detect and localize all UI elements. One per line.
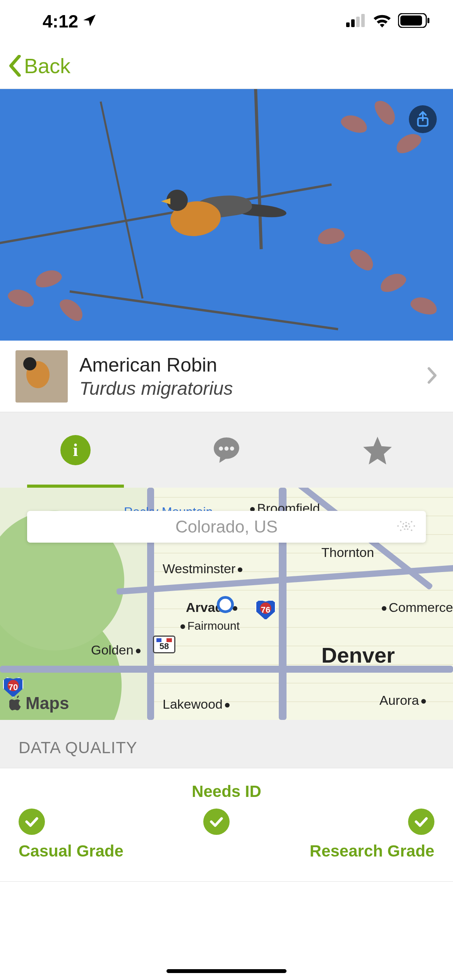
- casual-grade-label: Casual Grade: [19, 842, 124, 860]
- svg-rect-5: [400, 15, 422, 26]
- species-text: American Robin Turdus migratorius: [79, 354, 415, 399]
- map-label-westminster: Westminster: [163, 561, 245, 576]
- species-scientific-name: Turdus migratorius: [79, 378, 415, 399]
- svg-point-13: [397, 525, 399, 527]
- needs-id-label: Needs ID: [19, 782, 434, 801]
- location-text: Colorado, US: [175, 517, 278, 536]
- data-quality-header: DATA QUALITY: [0, 720, 453, 768]
- check-icon: [408, 809, 434, 835]
- share-icon: [415, 111, 431, 128]
- map-label-fairmount: Fairmount: [178, 619, 240, 632]
- species-common-name: American Robin: [79, 354, 415, 376]
- svg-point-18: [411, 529, 412, 531]
- svg-point-17: [400, 529, 402, 531]
- tab-info[interactable]: i: [0, 412, 151, 488]
- species-row[interactable]: American Robin Turdus migratorius: [0, 341, 453, 412]
- svg-point-12: [405, 525, 407, 527]
- needs-id-step: [203, 809, 230, 860]
- comments-icon: [211, 434, 242, 466]
- check-icon: [19, 809, 45, 835]
- battery-icon: [398, 13, 430, 29]
- casual-grade-step: Casual Grade: [19, 809, 124, 860]
- svg-rect-3: [361, 14, 365, 27]
- species-thumbnail: [15, 350, 68, 403]
- map-label-aurora: Aurora: [379, 693, 428, 708]
- observation-location-marker: [217, 596, 234, 613]
- status-left: 4:12: [43, 11, 97, 32]
- check-icon: [203, 809, 230, 835]
- status-time: 4:12: [43, 11, 78, 32]
- wifi-icon: [372, 14, 392, 29]
- location-services-icon: [82, 11, 97, 32]
- star-icon: [362, 434, 393, 466]
- observation-map[interactable]: Rocky Mountain Broomfield Thornton Westm…: [0, 488, 453, 720]
- svg-point-14: [414, 525, 415, 527]
- research-grade-label: Research Grade: [310, 842, 434, 860]
- data-quality-section: DATA QUALITY Needs ID Casual Grade Resea…: [0, 720, 453, 882]
- apple-logo-icon: [9, 696, 23, 711]
- svg-point-16: [411, 521, 412, 523]
- data-quality-body: Needs ID Casual Grade Research Grade: [0, 768, 453, 882]
- share-button[interactable]: [409, 105, 437, 133]
- observation-photo[interactable]: [0, 89, 453, 341]
- svg-point-10: [230, 446, 234, 451]
- svg-point-8: [219, 446, 223, 451]
- svg-rect-6: [427, 18, 429, 23]
- svg-rect-2: [356, 17, 360, 27]
- svg-rect-0: [346, 22, 350, 27]
- nav-bar: Back: [0, 43, 453, 89]
- back-label: Back: [24, 54, 70, 78]
- svg-point-9: [225, 446, 229, 451]
- svg-rect-1: [351, 19, 355, 27]
- chevron-right-icon: [427, 367, 438, 386]
- interstate-76-shield: 76: [256, 600, 276, 620]
- tab-favorite[interactable]: [302, 412, 453, 488]
- status-bar: 4:12: [0, 0, 453, 43]
- tab-activity[interactable]: [151, 412, 302, 488]
- state-58-shield: 58: [153, 636, 175, 653]
- map-label-golden: Golden: [91, 642, 143, 658]
- home-indicator: [166, 969, 287, 973]
- map-label-lakewood: Lakewood: [163, 697, 232, 712]
- map-label-commerce: Commerce: [379, 600, 453, 615]
- cellular-icon: [346, 14, 366, 29]
- geoprivacy-icon: [395, 518, 417, 535]
- status-right: [346, 13, 430, 29]
- map-label-thornton: Thornton: [321, 545, 374, 560]
- location-field[interactable]: Colorado, US: [27, 511, 426, 543]
- info-icon: i: [60, 435, 91, 465]
- map-attribution: Maps: [9, 694, 69, 713]
- detail-tabs: i: [0, 412, 453, 488]
- research-grade-step: Research Grade: [310, 809, 434, 860]
- map-label-denver: Denver: [321, 642, 395, 668]
- back-button[interactable]: Back: [8, 54, 70, 78]
- svg-point-15: [400, 521, 402, 523]
